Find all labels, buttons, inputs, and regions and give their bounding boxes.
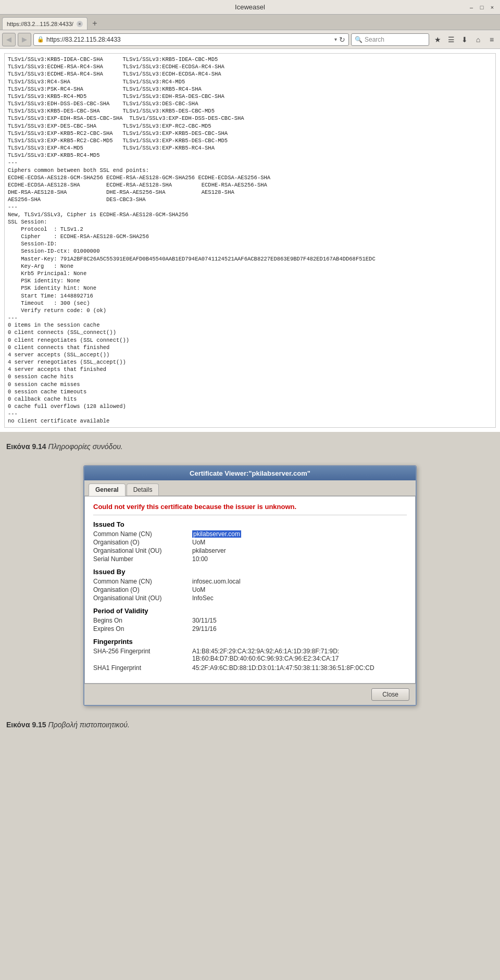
dialog-container: Certificate Viewer:"pkilabserver.com" Ge…	[0, 465, 500, 706]
dialog-footer: Close	[84, 684, 416, 705]
cert-cn-value: pkilabserver.com	[192, 530, 241, 538]
search-bar[interactable]: 🔍 Search	[351, 33, 429, 46]
maximize-button[interactable]: □	[478, 4, 485, 11]
cert-sha256-value: A1:B8:45:2F:29:CA:32:9A:92:A6:1A:1D:39:8…	[192, 648, 339, 662]
certificate-dialog: Certificate Viewer:"pkilabserver.com" Ge…	[83, 465, 417, 706]
cert-row: Begins On 30/11/15	[93, 617, 407, 624]
cert-serial-label: Serial Number	[93, 555, 192, 563]
cert-expires-value: 29/11/16	[192, 625, 217, 632]
dialog-body: General Details Could not verify this ce…	[84, 480, 416, 684]
cert-sha1-value: 45:2F:A9:6C:BD:88:1D:D3:01:1A:47:50:38:1…	[192, 664, 374, 672]
cert-row: Organisation (O) UoM	[93, 539, 407, 546]
url-bar[interactable]: 🔒 https://83.212.115.28:4433 ▾ ↻	[33, 33, 349, 46]
browser-tabbar: https://83.2...115.28:4433/ × +	[0, 15, 500, 30]
cert-row: SHA1 Fingerprint 45:2F:A9:6C:BD:88:1D:D3…	[93, 664, 407, 672]
cert-by-org-value: UoM	[192, 586, 205, 593]
terminal-output: TLSv1/SSLv3:KRB5-IDEA-CBC-SHA TLSv1/SSLv…	[4, 53, 496, 428]
cert-issued-to-title: Issued To	[93, 520, 407, 528]
bookmark-icon[interactable]: ★	[431, 33, 444, 46]
cert-fingerprints-section: Fingerprints SHA-256 Fingerprint A1:B8:4…	[93, 638, 407, 672]
cert-by-org-label: Organisation (O)	[93, 586, 192, 593]
cert-org-label: Organisation (O)	[93, 539, 192, 546]
caption-1-label: Εικόνα 9.14	[6, 442, 46, 451]
close-window-button[interactable]: ×	[489, 4, 496, 11]
lock-icon: 🔒	[37, 36, 44, 43]
back-button[interactable]: ◀	[2, 33, 16, 46]
cert-serial-value: 10:00	[192, 555, 208, 563]
url-dropdown-icon: ▾	[334, 36, 337, 42]
cert-expires-label: Expires On	[93, 625, 192, 632]
home-icon[interactable]: ⌂	[472, 33, 484, 46]
cert-row: Expires On 29/11/16	[93, 625, 407, 632]
caption-2: Εικόνα 9.15 Προβολή πιστοποιητικού.	[0, 716, 500, 733]
download-icon[interactable]: ⬇	[458, 33, 471, 46]
caption-1-text: Πληροφορίες συνόδου.	[48, 442, 123, 451]
cert-row: Common Name (CN) pkilabserver.com	[93, 530, 407, 538]
dialog-tabs: General Details	[84, 480, 416, 496]
window-controls: – □ ×	[468, 4, 496, 11]
cert-sha1-label: SHA1 Fingerprint	[93, 664, 192, 672]
caption-2-label: Εικόνα 9.15	[6, 721, 46, 729]
cert-validity-section: Period of Validity Begins On 30/11/15 Ex…	[93, 607, 407, 632]
cert-cn-label: Common Name (CN)	[93, 530, 192, 538]
cert-row: Organisation (O) UoM	[93, 586, 407, 593]
search-icon: 🔍	[355, 36, 362, 43]
cert-by-ou-value: InfoSec	[192, 594, 214, 602]
cert-issued-by-section: Issued By Common Name (CN) infosec.uom.l…	[93, 568, 407, 602]
cert-issued-by-title: Issued By	[93, 568, 407, 576]
dialog-titlebar: Certificate Viewer:"pkilabserver.com"	[84, 466, 416, 480]
cert-begins-label: Begins On	[93, 617, 192, 624]
cert-sha256-label: SHA-256 Fingerprint	[93, 648, 192, 655]
new-tab-button[interactable]: +	[90, 18, 100, 29]
refresh-button[interactable]: ↻	[339, 35, 345, 44]
cert-row: Common Name (CN) infosec.uom.local	[93, 578, 407, 585]
page-content: TLSv1/SSLv3:KRB5-IDEA-CBC-SHA TLSv1/SSLv…	[0, 49, 500, 432]
browser-tab[interactable]: https://83.2...115.28:4433/ ×	[2, 17, 88, 30]
cert-by-ou-label: Organisational Unit (OU)	[93, 594, 192, 602]
cert-row: Organisational Unit (OU) InfoSec	[93, 594, 407, 602]
cert-ou-value: pkilabserver	[192, 547, 226, 554]
cert-begins-value: 30/11/15	[192, 617, 217, 624]
reader-icon[interactable]: ☰	[445, 33, 457, 46]
browser-title: Iceweasel	[235, 3, 265, 11]
forward-button[interactable]: ▶	[18, 33, 31, 46]
cert-by-cn-value: infosec.uom.local	[192, 578, 241, 585]
cert-fingerprints-title: Fingerprints	[93, 638, 407, 646]
tab-close-button[interactable]: ×	[77, 21, 83, 27]
tab-general[interactable]: General	[89, 483, 126, 496]
menu-icon[interactable]: ≡	[485, 33, 498, 46]
browser-navbar: ◀ ▶ 🔒 https://83.212.115.28:4433 ▾ ↻ 🔍 S…	[0, 30, 500, 49]
cert-row: Organisational Unit (OU) pkilabserver	[93, 547, 407, 554]
cert-row: SHA-256 Fingerprint A1:B8:45:2F:29:CA:32…	[93, 648, 407, 662]
nav-icon-buttons: ★ ☰ ⬇ ⌂ ≡	[431, 33, 498, 46]
tab-label: https://83.2...115.28:4433/	[7, 21, 73, 27]
cert-row: Serial Number 10:00	[93, 555, 407, 563]
cert-by-cn-label: Common Name (CN)	[93, 578, 192, 585]
cert-ou-label: Organisational Unit (OU)	[93, 547, 192, 554]
minimize-button[interactable]: –	[468, 4, 475, 11]
cert-issued-to-section: Issued To Common Name (CN) pkilabserver.…	[93, 520, 407, 563]
warning-banner: Could not verify this certificate becaus…	[93, 503, 407, 515]
browser-window: Iceweasel – □ × https://83.2...115.28:44…	[0, 0, 500, 432]
dialog-tab-content: Could not verify this certificate becaus…	[84, 496, 416, 684]
search-placeholder: Search	[365, 36, 384, 43]
cert-validity-title: Period of Validity	[93, 607, 407, 615]
browser-titlebar: Iceweasel – □ ×	[0, 0, 500, 15]
close-button[interactable]: Close	[371, 688, 409, 701]
url-text: https://83.212.115.28:4433	[46, 36, 332, 43]
caption-1: Εικόνα 9.14 Πληροφορίες συνόδου.	[0, 438, 500, 455]
caption-2-text: Προβολή πιστοποιητικού.	[48, 721, 130, 729]
tab-details[interactable]: Details	[127, 483, 159, 495]
cert-org-value: UoM	[192, 539, 205, 546]
